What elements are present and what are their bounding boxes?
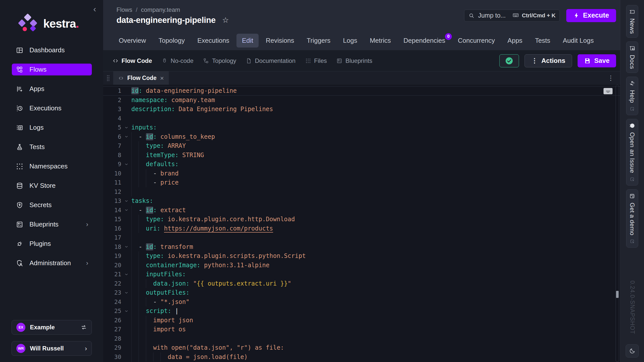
close-tab-icon[interactable]: ×: [160, 75, 164, 81]
fold-chevron-icon[interactable]: [121, 309, 131, 313]
code-line[interactable]: 6 - id: columns_to_keep: [103, 132, 620, 142]
fold-chevron-icon[interactable]: [121, 134, 131, 139]
code-line[interactable]: 10 - brand: [103, 169, 620, 178]
code-line[interactable]: 13tasks:: [103, 196, 620, 206]
tab-tests[interactable]: Tests: [530, 34, 556, 48]
code-line[interactable]: 27 import os: [103, 325, 620, 334]
sidebar-item-flows[interactable]: Flows: [12, 64, 92, 75]
rail-button-news[interactable]: News: [626, 5, 638, 38]
tab-triggers[interactable]: Triggers: [301, 34, 336, 48]
save-button[interactable]: Save: [578, 54, 616, 67]
code-line[interactable]: 3description: Data Engineering Pipelines: [103, 105, 620, 114]
editor-tab-flow-code[interactable]: Flow Code ×: [113, 71, 169, 85]
tab-apps[interactable]: Apps: [502, 34, 528, 48]
code-line[interactable]: 8 itemType: STRING: [103, 151, 620, 160]
tab-dependencies[interactable]: Dependencies0: [398, 34, 451, 48]
code-line[interactable]: 5inputs:: [103, 123, 620, 132]
sidebar-collapse-icon[interactable]: ‹: [93, 5, 96, 13]
sidebar-item-namespaces[interactable]: Namespaces: [12, 160, 92, 172]
code-line[interactable]: 18 - id: transform: [103, 242, 620, 252]
editor-scrollbar-thumb[interactable]: [616, 291, 619, 298]
view-files[interactable]: Files: [305, 57, 327, 64]
fold-chevron-icon[interactable]: [121, 199, 131, 203]
validation-ok-button[interactable]: [499, 54, 519, 67]
fold-chevron-icon[interactable]: [121, 162, 131, 166]
tab-revisions[interactable]: Revisions: [260, 34, 300, 48]
tab-audit-logs[interactable]: Audit Logs: [557, 34, 599, 48]
code-line[interactable]: 9 defaults:: [103, 160, 620, 169]
code-line[interactable]: 24 - "*.json": [103, 297, 620, 307]
rail-button-get-a-demo[interactable]: Get a demo: [626, 189, 638, 248]
line-number: 21: [103, 271, 121, 278]
code-line[interactable]: 26 import json: [103, 316, 620, 325]
theme-toggle-button[interactable]: [626, 344, 639, 357]
code-token: type:: [146, 142, 164, 149]
sidebar-item-administration[interactable]: Administration›: [12, 257, 92, 269]
code-line[interactable]: 14 - id: extract: [103, 206, 620, 215]
execute-button[interactable]: Execute: [566, 9, 616, 22]
fold-chevron-icon[interactable]: [121, 208, 131, 212]
code-editor[interactable]: 1id: data-engineering-pipeline2namespace…: [103, 85, 620, 362]
code-line[interactable]: 23 outputFiles:: [103, 288, 620, 297]
code-line[interactable]: 11 - price: [103, 178, 620, 187]
code-line[interactable]: 4: [103, 114, 620, 123]
view-topology[interactable]: Topology: [203, 57, 236, 64]
view-flow-code[interactable]: Flow Code: [112, 57, 152, 64]
code-line[interactable]: 16 uri: https://dummyjson.com/products: [103, 224, 620, 233]
sidebar-item-secrets[interactable]: Secrets: [12, 199, 92, 211]
sidebar-item-blueprints[interactable]: Blueprints›: [12, 218, 92, 230]
fold-chevron-icon[interactable]: [121, 125, 131, 130]
sidebar-item-label: Flows: [29, 66, 47, 73]
favorite-star-icon[interactable]: ☆: [222, 16, 229, 24]
drag-handle[interactable]: [103, 71, 113, 85]
kestra-logo[interactable]: kestra.: [18, 15, 103, 33]
code-line[interactable]: 19 type: io.kestra.plugin.scripts.python…: [103, 251, 620, 261]
code-line[interactable]: 17: [103, 233, 620, 242]
tab-concurrency[interactable]: Concurrency: [452, 34, 500, 48]
sidebar-item-executions[interactable]: Executions: [12, 102, 92, 114]
code-line[interactable]: 20 containerImage: python:3.11-alpine: [103, 261, 620, 270]
sidebar-item-tests[interactable]: Tests: [12, 141, 92, 153]
code-line[interactable]: 21 inputFiles:: [103, 270, 620, 279]
view-documentation[interactable]: Documentation: [246, 57, 295, 64]
fold-chevron-icon[interactable]: [121, 272, 131, 277]
sidebar-item-plugins[interactable]: Plugins: [12, 238, 92, 250]
actions-button[interactable]: ⋮ Actions: [525, 54, 572, 67]
rail-button-open-an-issue[interactable]: Open an Issue: [626, 119, 638, 186]
sidebar-item-apps[interactable]: Apps: [12, 83, 92, 95]
keyboard-widget-icon[interactable]: [603, 88, 613, 94]
rail-button-help[interactable]: Help: [626, 77, 638, 115]
swap-icon[interactable]: [80, 324, 87, 331]
code-line[interactable]: 2namespace: company.team: [103, 96, 620, 105]
rail-button-docs[interactable]: Docs: [626, 41, 638, 73]
editor-scrollbar-track[interactable]: [616, 85, 619, 362]
code-line[interactable]: 22 data.json: "{{ outputs.extract.uri }}…: [103, 279, 620, 288]
editor-menu-kebab-icon[interactable]: ⋮: [608, 74, 614, 82]
fold-chevron-icon[interactable]: [121, 291, 131, 295]
tab-logs[interactable]: Logs: [338, 34, 363, 48]
code-line[interactable]: 28: [103, 334, 620, 343]
code-line[interactable]: 25 script: |: [103, 306, 620, 316]
view-blueprints[interactable]: Blueprints: [336, 57, 372, 64]
breadcrumb-namespace[interactable]: company.team: [141, 6, 180, 13]
view-no-code[interactable]: No-code: [162, 57, 193, 64]
user-menu[interactable]: WR Will Russell ›: [12, 341, 92, 356]
code-line[interactable]: 1id: data-engineering-pipeline: [103, 86, 620, 96]
tab-overview[interactable]: Overview: [113, 34, 151, 48]
tab-topology[interactable]: Topology: [153, 34, 190, 48]
code-line[interactable]: 30 data = json.load(file): [103, 352, 620, 362]
code-line[interactable]: 29 with open("data.json", "r") as file:: [103, 343, 620, 352]
code-line[interactable]: 7 type: ARRAY: [103, 141, 620, 151]
jump-to-search[interactable]: Jump to... Ctrl/Cmd + K: [464, 10, 560, 22]
fold-chevron-icon[interactable]: [121, 245, 131, 249]
tab-executions[interactable]: Executions: [192, 34, 235, 48]
sidebar-item-logs[interactable]: Logs: [12, 122, 92, 133]
workspace-switcher[interactable]: EX Example: [12, 320, 92, 335]
sidebar-item-dashboards[interactable]: Dashboards: [12, 44, 92, 56]
breadcrumb-flows[interactable]: Flows: [116, 6, 132, 13]
code-line[interactable]: 15 type: io.kestra.plugin.core.http.Down…: [103, 215, 620, 224]
tab-edit[interactable]: Edit: [236, 34, 259, 48]
tab-metrics[interactable]: Metrics: [364, 34, 396, 48]
code-line[interactable]: 12: [103, 187, 620, 197]
sidebar-item-kv-store[interactable]: KV Store: [12, 180, 92, 192]
